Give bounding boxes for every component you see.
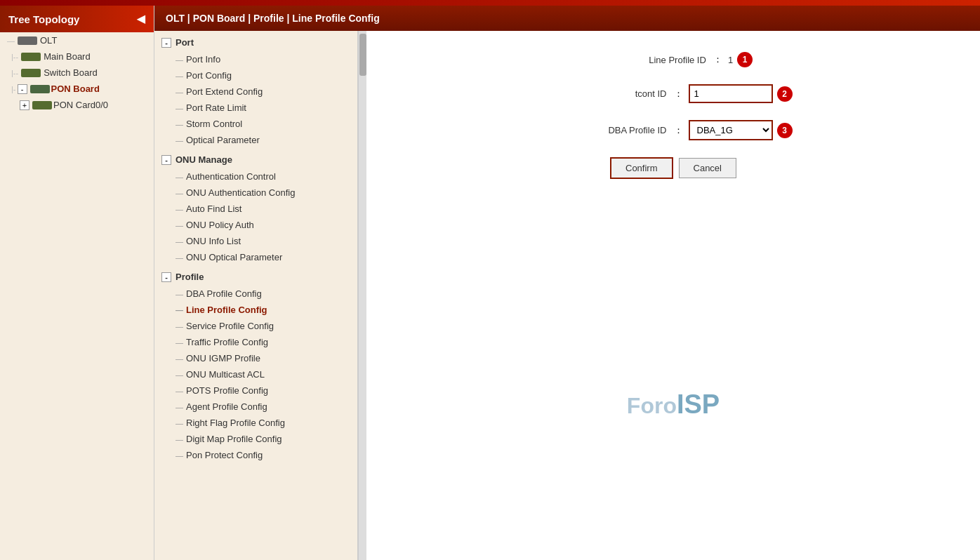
connector-main-board: |-- <box>11 53 18 61</box>
nav-item-onu-optical-parameter[interactable]: —ONU Optical Parameter <box>154 249 357 265</box>
nav-label-service-profile-config: Service Profile Config <box>186 321 274 331</box>
line-profile-id-row: Line Profile ID ： 1 1 <box>463 52 884 67</box>
badge-1: 1 <box>737 52 753 67</box>
nav-item-traffic-profile-config[interactable]: —Traffic Profile Config <box>154 334 357 350</box>
top-bar <box>0 0 980 6</box>
tree-label-olt: OLT <box>40 35 57 46</box>
profile-toggle-icon[interactable]: - <box>161 272 171 282</box>
nav-item-onu-policy-auth[interactable]: —ONU Policy Auth <box>154 217 357 233</box>
onu-manage-toggle-icon[interactable]: - <box>161 155 171 165</box>
nav-label-storm-control: Storm Control <box>186 119 242 129</box>
sidebar-arrow[interactable]: ◀ <box>137 13 145 25</box>
main-board-icon <box>21 53 41 61</box>
line-profile-id-label: Line Profile ID <box>594 55 706 65</box>
nav-section-port: - Port —Port Info —Port Config —Port Ext… <box>154 34 357 148</box>
main-layout: Tree Topology ◀ — OLT |-- Main Board |--… <box>0 6 980 560</box>
colon-3: ： <box>674 124 683 137</box>
nav-item-storm-control[interactable]: —Storm Control <box>154 116 357 132</box>
nav-item-port-config[interactable]: —Port Config <box>154 67 357 84</box>
nav-item-onu-multicast-acl[interactable]: —ONU Multicast ACL <box>154 366 357 382</box>
switch-board-icon <box>21 69 41 77</box>
nav-section-profile-label: Profile <box>176 272 204 282</box>
nav-item-port-extend-config[interactable]: —Port Extend Config <box>154 84 357 100</box>
nav-section-onu-manage-label: ONU Manage <box>176 154 232 165</box>
nav-item-optical-parameter[interactable]: —Optical Parameter <box>154 132 357 148</box>
nav-item-onu-auth-config[interactable]: —ONU Authentication Config <box>154 185 357 201</box>
badge-2: 2 <box>777 86 793 102</box>
pon-card-icon <box>32 101 52 109</box>
tree-label-switch-board: Switch Board <box>44 67 98 78</box>
nav-label-port-extend-config: Port Extend Config <box>186 86 263 97</box>
tree-label-main-board: Main Board <box>44 51 90 62</box>
left-nav: - Port —Port Info —Port Config —Port Ext… <box>154 31 358 560</box>
nav-label-right-flag-profile-config: Right Flag Profile Config <box>186 418 285 428</box>
tree-item-main-board[interactable]: |-- Main Board <box>0 48 154 65</box>
nav-label-optical-parameter: Optical Parameter <box>186 135 260 145</box>
nav-label-traffic-profile-config: Traffic Profile Config <box>186 337 268 347</box>
nav-item-pon-protect-config[interactable]: —Pon Protect Config <box>154 447 357 463</box>
nav-item-authentication-control[interactable]: —Authentication Control <box>154 168 357 185</box>
nav-label-onu-multicast-acl: ONU Multicast ACL <box>186 369 265 380</box>
confirm-button[interactable]: Confirm <box>610 157 673 179</box>
nav-item-service-profile-config[interactable]: —Service Profile Config <box>154 318 357 334</box>
dba-profile-id-select[interactable]: DBA_1G DBA_512M DBA_256M DBA_100M <box>689 120 773 140</box>
pon-board-collapse: |- <box>11 85 16 93</box>
tree-label-pon-board: PON Board <box>51 84 100 94</box>
breadcrumb-text: OLT | PON Board | Profile | Line Profile… <box>166 13 380 24</box>
nav-label-port-info: Port Info <box>186 54 220 65</box>
nav-label-agent-profile-config: Agent Profile Config <box>186 401 267 412</box>
nav-item-port-rate-limit[interactable]: —Port Rate Limit <box>154 100 357 116</box>
form-content: Line Profile ID ： 1 1 tcont ID ： 2 <box>463 52 884 179</box>
line-profile-id-value: 1 <box>728 55 733 65</box>
nav-label-line-profile-config: Line Profile Config <box>186 305 267 315</box>
content-split: - Port —Port Info —Port Config —Port Ext… <box>154 31 980 560</box>
nav-item-right-flag-profile-config[interactable]: —Right Flag Profile Config <box>154 415 357 431</box>
watermark-text2: ISP <box>677 389 720 419</box>
tcont-id-row: tcont ID ： 2 <box>463 84 884 103</box>
nav-section-profile: - Profile —DBA Profile Config —Line Prof… <box>154 268 357 463</box>
sidebar-title: Tree Topology <box>8 13 79 25</box>
nav-section-profile-header[interactable]: - Profile <box>154 268 357 286</box>
dba-profile-id-label: DBA Profile ID <box>555 125 667 135</box>
pon-board-toggle[interactable]: - <box>18 84 27 94</box>
tree-item-olt[interactable]: — OLT <box>0 32 154 48</box>
badge-3: 3 <box>777 123 793 138</box>
nav-label-onu-policy-auth: ONU Policy Auth <box>186 220 254 230</box>
tree-item-pon-board[interactable]: |- - PON Board <box>0 81 154 97</box>
pon-card-toggle[interactable]: + <box>20 100 29 110</box>
port-toggle-icon[interactable]: - <box>161 38 171 48</box>
nav-item-agent-profile-config[interactable]: —Agent Profile Config <box>154 399 357 415</box>
button-row: Confirm Cancel <box>463 157 884 179</box>
tree-item-pon-card[interactable]: + PON Card0/0 <box>0 97 154 113</box>
nav-item-port-info[interactable]: —Port Info <box>154 51 357 67</box>
nav-item-onu-igmp-profile[interactable]: —ONU IGMP Profile <box>154 350 357 366</box>
nav-section-onu-manage-header[interactable]: - ONU Manage <box>154 151 357 168</box>
breadcrumb: OLT | PON Board | Profile | Line Profile… <box>154 6 980 31</box>
nav-label-authentication-control: Authentication Control <box>186 171 276 182</box>
nav-item-pots-profile-config[interactable]: —POTS Profile Config <box>154 382 357 399</box>
colon-2: ： <box>674 88 683 100</box>
nav-item-line-profile-config[interactable]: —Line Profile Config <box>154 302 357 318</box>
nav-label-port-rate-limit: Port Rate Limit <box>186 102 246 113</box>
connector-olt: — <box>7 36 15 45</box>
nav-label-onu-igmp-profile: ONU IGMP Profile <box>186 353 260 364</box>
nav-item-digit-map-profile-config[interactable]: —Digit Map Profile Config <box>154 431 357 447</box>
sidebar-header[interactable]: Tree Topology ◀ <box>0 6 154 32</box>
nav-item-onu-info-list[interactable]: —ONU Info List <box>154 233 357 249</box>
nav-label-pon-protect-config: Pon Protect Config <box>186 450 263 460</box>
olt-icon <box>18 36 37 45</box>
tree-item-switch-board[interactable]: |-- Switch Board <box>0 65 154 81</box>
tcont-id-label: tcont ID <box>555 88 667 99</box>
nav-item-auto-find-list[interactable]: —Auto Find List <box>154 201 357 217</box>
scroll-thumb[interactable] <box>359 34 366 76</box>
cancel-button[interactable]: Cancel <box>679 158 736 178</box>
tree-label-pon-card: PON Card0/0 <box>53 100 108 110</box>
scroll-bar[interactable] <box>358 31 366 560</box>
tcont-id-input[interactable] <box>689 84 773 103</box>
watermark: ForoISP <box>627 389 720 420</box>
nav-item-dba-profile-config[interactable]: —DBA Profile Config <box>154 286 357 302</box>
content-area: OLT | PON Board | Profile | Line Profile… <box>154 6 980 560</box>
nav-section-port-header[interactable]: - Port <box>154 34 357 51</box>
form-area: ForoISP Line Profile ID ： 1 1 tcont ID ： <box>366 31 980 560</box>
nav-label-port-config: Port Config <box>186 70 232 81</box>
